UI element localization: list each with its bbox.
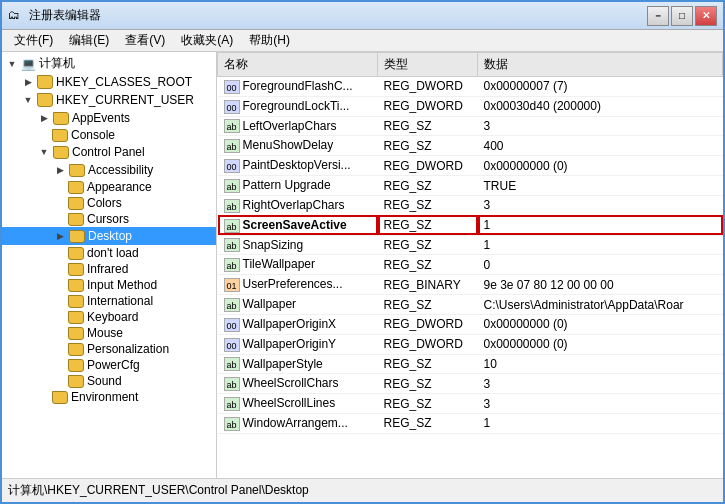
tree-expand-hkey-classes[interactable]: ▶ (20, 74, 36, 90)
reg-icon-sz-15: ab (224, 377, 240, 391)
app-icon: 🗂 (8, 8, 24, 24)
tree-label-appearance: Appearance (87, 180, 152, 194)
minimize-button[interactable]: － (647, 6, 669, 26)
reg-name-5: abPattern Upgrade (218, 176, 378, 196)
reg-row-11[interactable]: abWallpaperREG_SZC:\Users\Administrator\… (218, 295, 723, 315)
reg-row-9[interactable]: abTileWallpaperREG_SZ0 (218, 255, 723, 275)
reg-name-text-7: ScreenSaveActive (243, 218, 347, 232)
menu-item-v[interactable]: 查看(V) (117, 30, 173, 51)
reg-row-12[interactable]: 00WallpaperOriginXREG_DWORD0x00000000 (0… (218, 314, 723, 334)
tree-label-input-method: Input Method (87, 278, 157, 292)
reg-data-12: 0x00000000 (0) (478, 314, 723, 334)
tree-item-control-panel[interactable]: ▼Control Panel (2, 143, 216, 161)
reg-row-2[interactable]: abLeftOverlapCharsREG_SZ3 (218, 116, 723, 136)
reg-data-8: 1 (478, 235, 723, 255)
reg-row-4[interactable]: 00PaintDesktopVersi...REG_DWORD0x0000000… (218, 156, 723, 176)
tree-item-mouse[interactable]: Mouse (2, 325, 216, 341)
tree-item-input-method[interactable]: Input Method (2, 277, 216, 293)
tree-expand-app-events[interactable]: ▶ (36, 110, 52, 126)
reg-data-0: 0x00000007 (7) (478, 77, 723, 97)
reg-name-text-9: TileWallpaper (243, 257, 315, 271)
tree-label-keyboard: Keyboard (87, 310, 138, 324)
tree-item-colors[interactable]: Colors (2, 195, 216, 211)
reg-type-17: REG_SZ (378, 414, 478, 434)
reg-name-4: 00PaintDesktopVersi... (218, 156, 378, 176)
tree-item-hkey-classes[interactable]: ▶HKEY_CLASSES_ROOT (2, 73, 216, 91)
tree-label-dont-load: don't load (87, 246, 139, 260)
tree-item-personalization[interactable]: Personalization (2, 341, 216, 357)
title-text: 注册表编辑器 (29, 7, 647, 24)
reg-row-8[interactable]: abSnapSizingREG_SZ1 (218, 235, 723, 255)
reg-name-text-17: WindowArrangem... (243, 416, 348, 430)
reg-name-text-4: PaintDesktopVersi... (243, 158, 351, 172)
reg-row-10[interactable]: 01UserPreferences...REG_BINARY9e 3e 07 8… (218, 275, 723, 295)
tree-item-international[interactable]: International (2, 293, 216, 309)
tree-item-app-events[interactable]: ▶AppEvents (2, 109, 216, 127)
tree-item-keyboard[interactable]: Keyboard (2, 309, 216, 325)
tree-item-environment[interactable]: Environment (2, 389, 216, 405)
reg-name-0: 00ForegroundFlashC... (218, 77, 378, 97)
tree-item-hkey-current-user[interactable]: ▼HKEY_CURRENT_USER (2, 91, 216, 109)
reg-icon-sz-17: ab (224, 417, 240, 431)
reg-row-0[interactable]: 00ForegroundFlashC...REG_DWORD0x00000007… (218, 77, 723, 97)
reg-name-text-15: WheelScrollChars (243, 376, 339, 390)
reg-icon-dword-13: 00 (224, 338, 240, 352)
tree-expand-computer[interactable]: ▼ (4, 56, 20, 72)
reg-row-6[interactable]: abRightOverlapCharsREG_SZ3 (218, 195, 723, 215)
reg-row-13[interactable]: 00WallpaperOriginYREG_DWORD0x00000000 (0… (218, 334, 723, 354)
tree-label-cursors: Cursors (87, 212, 129, 226)
tree-item-computer[interactable]: ▼💻计算机 (2, 54, 216, 73)
menu-item-h[interactable]: 帮助(H) (241, 30, 298, 51)
reg-icon-dword-1: 00 (224, 100, 240, 114)
tree-item-desktop[interactable]: ▶Desktop (2, 227, 216, 245)
reg-name-12: 00WallpaperOriginX (218, 314, 378, 334)
tree-item-dont-load[interactable]: don't load (2, 245, 216, 261)
reg-name-16: abWheelScrollLines (218, 394, 378, 414)
reg-row-5[interactable]: abPattern UpgradeREG_SZTRUE (218, 176, 723, 196)
reg-name-14: abWallpaperStyle (218, 354, 378, 374)
reg-icon-sz-14: ab (224, 357, 240, 371)
tree-expand-control-panel[interactable]: ▼ (36, 144, 52, 160)
maximize-button[interactable]: □ (671, 6, 693, 26)
tree-label-environment: Environment (71, 390, 138, 404)
reg-row-15[interactable]: abWheelScrollCharsREG_SZ3 (218, 374, 723, 394)
registry-table: 名称 类型 数据 00ForegroundFlashC...REG_DWORD0… (217, 52, 723, 434)
reg-row-3[interactable]: abMenuShowDelayREG_SZ400 (218, 136, 723, 156)
close-button[interactable]: ✕ (695, 6, 717, 26)
reg-row-17[interactable]: abWindowArrangem...REG_SZ1 (218, 414, 723, 434)
reg-row-14[interactable]: abWallpaperStyleREG_SZ10 (218, 354, 723, 374)
reg-row-7[interactable]: abScreenSaveActiveREG_SZ1 (218, 215, 723, 235)
status-text: 计算机\HKEY_CURRENT_USER\Control Panel\Desk… (8, 482, 309, 499)
tree-item-accessibility[interactable]: ▶Accessibility (2, 161, 216, 179)
tree-item-cursors[interactable]: Cursors (2, 211, 216, 227)
menu-bar: 文件(F)编辑(E)查看(V)收藏夹(A)帮助(H) (2, 30, 723, 52)
tree-item-sound[interactable]: Sound (2, 373, 216, 389)
tree-label-control-panel: Control Panel (72, 145, 145, 159)
reg-icon-sz-11: ab (224, 298, 240, 312)
reg-icon-sz-16: ab (224, 397, 240, 411)
col-header-type: 类型 (378, 53, 478, 77)
tree-panel[interactable]: ▼💻计算机▶HKEY_CLASSES_ROOT▼HKEY_CURRENT_USE… (2, 52, 217, 478)
folder-icon-personalization (68, 343, 84, 356)
tree-item-powercfg[interactable]: PowerCfg (2, 357, 216, 373)
reg-data-3: 400 (478, 136, 723, 156)
tree-item-console[interactable]: Console (2, 127, 216, 143)
registry-panel[interactable]: 名称 类型 数据 00ForegroundFlashC...REG_DWORD0… (217, 52, 723, 478)
reg-type-10: REG_BINARY (378, 275, 478, 295)
reg-row-1[interactable]: 00ForegroundLockTi...REG_DWORD0x00030d40… (218, 96, 723, 116)
reg-name-10: 01UserPreferences... (218, 275, 378, 295)
tree-expand-accessibility[interactable]: ▶ (52, 162, 68, 178)
folder-icon-environment (52, 391, 68, 404)
tree-expand-hkey-current-user[interactable]: ▼ (20, 92, 36, 108)
menu-item-a[interactable]: 收藏夹(A) (173, 30, 241, 51)
tree-item-appearance[interactable]: Appearance (2, 179, 216, 195)
reg-row-16[interactable]: abWheelScrollLinesREG_SZ3 (218, 394, 723, 414)
reg-data-14: 10 (478, 354, 723, 374)
menu-item-e[interactable]: 编辑(E) (61, 30, 117, 51)
reg-name-17: abWindowArrangem... (218, 414, 378, 434)
reg-name-1: 00ForegroundLockTi... (218, 96, 378, 116)
reg-name-text-16: WheelScrollLines (243, 396, 336, 410)
menu-item-f[interactable]: 文件(F) (6, 30, 61, 51)
tree-expand-desktop[interactable]: ▶ (52, 228, 68, 244)
tree-item-infrared[interactable]: Infrared (2, 261, 216, 277)
